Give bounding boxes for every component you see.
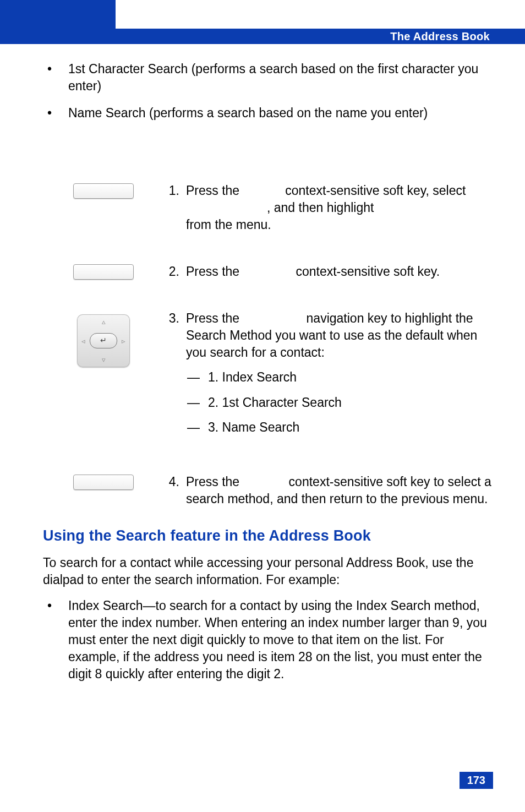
step-number: 2. xyxy=(164,263,186,280)
softkey-icon xyxy=(73,475,134,490)
steps-block: 1. Press the context-sensitive soft key,… xyxy=(43,182,492,508)
step-graphic-col: ▵ ▿ ◃ ▹ ↵ xyxy=(43,310,164,367)
list-item: 1st Character Search (performs a search … xyxy=(43,61,492,95)
list-item: 1. Index Search xyxy=(186,369,492,386)
step-text: , and then highlight xyxy=(267,200,378,215)
step-text: Press the xyxy=(186,311,243,325)
step-text-col: 4. Press the context-sensitive soft key … xyxy=(164,473,492,508)
chevron-up-icon: ▵ xyxy=(102,318,106,326)
step-text: from the menu. xyxy=(186,217,271,232)
step-body: Press the context-sensitive soft key, se… xyxy=(186,182,492,233)
list-item: Name Search (performs a search based on … xyxy=(43,105,492,122)
list-item: Index Search—to search for a contact by … xyxy=(43,597,492,683)
step-text: Press the xyxy=(186,264,243,279)
softkey-icon xyxy=(73,183,134,199)
step-text: Press the xyxy=(186,475,243,489)
softkey-icon xyxy=(73,264,134,280)
header-title: The Address Book xyxy=(390,30,490,43)
step-body: Press the context-sensitive soft key. xyxy=(186,263,492,280)
step-text: context-sensitive soft key, select xyxy=(282,183,466,198)
list-item: 3. Name Search xyxy=(186,419,492,436)
step-text-col: 1. Press the context-sensitive soft key,… xyxy=(164,182,492,233)
step-row: 2. Press the context-sensitive soft key. xyxy=(43,263,492,280)
section-bullet-list: Index Search—to search for a contact by … xyxy=(43,597,492,683)
page-header: The Address Book xyxy=(0,29,525,44)
step-body: Press the navigation key to highlight th… xyxy=(186,310,492,443)
step-graphic-col xyxy=(43,182,164,199)
step-row: ▵ ▿ ◃ ▹ ↵ 3. Press the navigation key to… xyxy=(43,310,492,443)
step-text: Press the xyxy=(186,183,243,198)
chevron-right-icon: ▹ xyxy=(122,337,125,345)
step-graphic-col xyxy=(43,263,164,280)
step-sub-list: 1. Index Search 2. 1st Character Search … xyxy=(186,369,492,435)
step-text: context-sensitive soft key. xyxy=(292,264,440,279)
intro-bullet-list: 1st Character Search (performs a search … xyxy=(43,61,492,122)
navpad-icon: ▵ ▿ ◃ ▹ ↵ xyxy=(77,314,130,367)
step-number: 1. xyxy=(164,182,186,233)
step-body: Press the context-sensitive soft key to … xyxy=(186,473,492,508)
page-content: 1st Character Search (performs a search … xyxy=(43,61,492,693)
step-number: 4. xyxy=(164,473,186,508)
chevron-left-icon: ◃ xyxy=(81,337,85,345)
step-row: 4. Press the context-sensitive soft key … xyxy=(43,473,492,508)
section-heading: Using the Search feature in the Address … xyxy=(43,527,492,544)
step-number: 3. xyxy=(164,310,186,443)
step-graphic-col xyxy=(43,473,164,490)
step-text-col: 3. Press the navigation key to highlight… xyxy=(164,310,492,443)
enter-icon: ↵ xyxy=(100,336,107,345)
page-number: 173 xyxy=(460,772,493,789)
chevron-down-icon: ▿ xyxy=(102,356,106,364)
list-item: 2. 1st Character Search xyxy=(186,394,492,411)
step-row: 1. Press the context-sensitive soft key,… xyxy=(43,182,492,233)
step-text-col: 2. Press the context-sensitive soft key. xyxy=(164,263,492,280)
section-paragraph: To search for a contact while accessing … xyxy=(43,554,492,588)
